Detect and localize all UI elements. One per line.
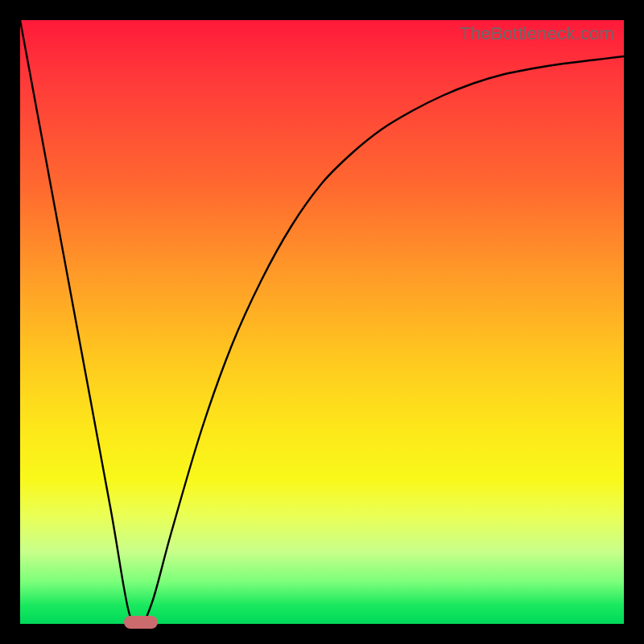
bottleneck-curve [20,20,624,624]
chart-plot-area: TheBottleneck.com [20,20,624,624]
optimal-point-marker [124,616,158,629]
